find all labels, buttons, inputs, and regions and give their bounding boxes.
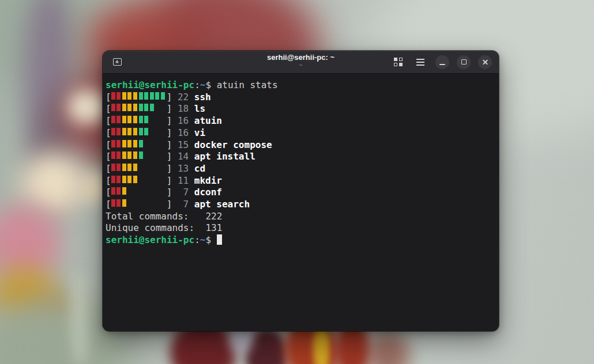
yellow-usage-block xyxy=(122,187,126,195)
red-usage-block xyxy=(116,92,121,100)
yellow-usage-block xyxy=(127,164,131,171)
green-usage-block xyxy=(144,128,148,135)
yellow-usage-block xyxy=(127,151,131,159)
terminal-cursor xyxy=(217,234,222,245)
red-usage-block xyxy=(116,116,121,123)
green-usage-block xyxy=(139,116,143,123)
empty-usage-block xyxy=(161,151,165,159)
yellow-usage-block xyxy=(127,104,131,111)
command-name: mkdir xyxy=(194,175,222,186)
red-usage-block xyxy=(111,151,115,159)
maximize-button[interactable] xyxy=(457,55,471,69)
yellow-usage-block xyxy=(122,140,126,147)
empty-usage-block xyxy=(155,104,159,111)
yellow-usage-block xyxy=(133,151,137,159)
green-usage-block xyxy=(144,104,148,111)
titlebar[interactable]: serhii@serhii-pc: ~ ~ + xyxy=(103,51,499,74)
empty-usage-block xyxy=(161,187,165,195)
yellow-usage-block xyxy=(122,164,126,171)
command-name: cd xyxy=(194,163,205,174)
yellow-usage-block xyxy=(127,116,131,123)
bar-open-bracket: [ xyxy=(106,163,111,174)
empty-usage-block xyxy=(150,199,154,207)
empty-usage-block xyxy=(144,151,148,159)
usage-count: 13 xyxy=(178,163,189,175)
red-usage-block xyxy=(111,187,115,195)
green-usage-block xyxy=(144,116,148,123)
red-usage-block xyxy=(116,187,121,195)
red-usage-block xyxy=(116,176,121,183)
empty-usage-block xyxy=(161,164,165,171)
green-usage-block xyxy=(150,92,154,100)
command-name: apt install xyxy=(194,151,255,162)
red-usage-block xyxy=(116,104,121,111)
red-usage-block xyxy=(116,199,121,207)
minimize-button[interactable] xyxy=(435,55,449,69)
empty-usage-block xyxy=(133,187,137,195)
red-usage-block xyxy=(116,151,121,159)
empty-usage-block xyxy=(155,187,159,195)
yellow-usage-block xyxy=(133,104,137,111)
menu-button[interactable] xyxy=(413,55,428,70)
usage-bar xyxy=(111,187,167,195)
empty-usage-block xyxy=(150,164,154,171)
red-usage-block xyxy=(111,104,115,111)
empty-usage-block xyxy=(139,187,143,195)
usage-bar xyxy=(111,104,167,111)
stat-row: []14apt install xyxy=(106,151,495,163)
usage-count: 22 xyxy=(178,92,189,104)
empty-usage-block xyxy=(127,199,131,207)
yellow-usage-block xyxy=(133,164,137,171)
usage-count: 15 xyxy=(178,139,189,151)
bar-open-bracket: [ xyxy=(106,92,111,103)
empty-usage-block xyxy=(139,199,143,207)
close-button[interactable] xyxy=(478,55,492,69)
yellow-usage-block xyxy=(127,176,131,183)
maximize-icon xyxy=(461,59,467,65)
red-usage-block xyxy=(116,164,121,171)
command-name: dconf xyxy=(194,187,222,198)
tabs-overview-button[interactable] xyxy=(390,55,405,70)
stat-row: []7dconf xyxy=(106,187,495,199)
usage-count: 7 xyxy=(178,187,189,199)
empty-usage-block xyxy=(150,187,154,195)
new-tab-icon: + xyxy=(113,58,122,66)
yellow-usage-block xyxy=(122,199,126,207)
usage-bar xyxy=(111,151,167,159)
usage-bar xyxy=(111,116,167,123)
new-tab-button[interactable]: + xyxy=(110,55,125,70)
stat-row: []13cd xyxy=(106,163,495,175)
empty-usage-block xyxy=(150,116,154,123)
typed-command: atuin stats xyxy=(217,79,278,90)
empty-usage-block xyxy=(139,176,143,183)
bar-open-bracket: [ xyxy=(106,199,111,210)
empty-usage-block xyxy=(144,164,148,171)
empty-usage-block xyxy=(150,140,154,147)
total-commands-line: Total commands:222 xyxy=(106,211,495,223)
red-usage-block xyxy=(111,199,115,207)
yellow-usage-block xyxy=(122,151,126,159)
bar-close-bracket: ] xyxy=(167,187,172,198)
empty-usage-block xyxy=(144,187,148,195)
usage-count: 11 xyxy=(178,175,189,187)
prompt-path: ~ xyxy=(200,234,206,245)
empty-usage-block xyxy=(144,140,148,147)
usage-count: 14 xyxy=(178,151,189,163)
terminal-content[interactable]: serhii@serhii-pc:~$atuin stats []22ssh [… xyxy=(103,74,499,247)
yellow-usage-block xyxy=(122,128,126,135)
stat-row: []15docker compose xyxy=(106,139,495,151)
usage-count: 18 xyxy=(178,103,189,115)
bar-open-bracket: [ xyxy=(106,127,111,138)
command-name: vi xyxy=(194,127,205,138)
empty-usage-block xyxy=(161,104,165,111)
red-usage-block xyxy=(111,116,115,123)
bar-close-bracket: ] xyxy=(167,163,172,174)
total-commands-value: 222 xyxy=(194,211,222,223)
empty-usage-block xyxy=(127,187,131,195)
bar-close-bracket: ] xyxy=(167,127,172,138)
empty-usage-block xyxy=(150,176,154,183)
bar-open-bracket: [ xyxy=(106,139,111,150)
yellow-usage-block xyxy=(127,128,131,135)
bar-close-bracket: ] xyxy=(167,103,172,114)
empty-usage-block xyxy=(150,151,154,159)
